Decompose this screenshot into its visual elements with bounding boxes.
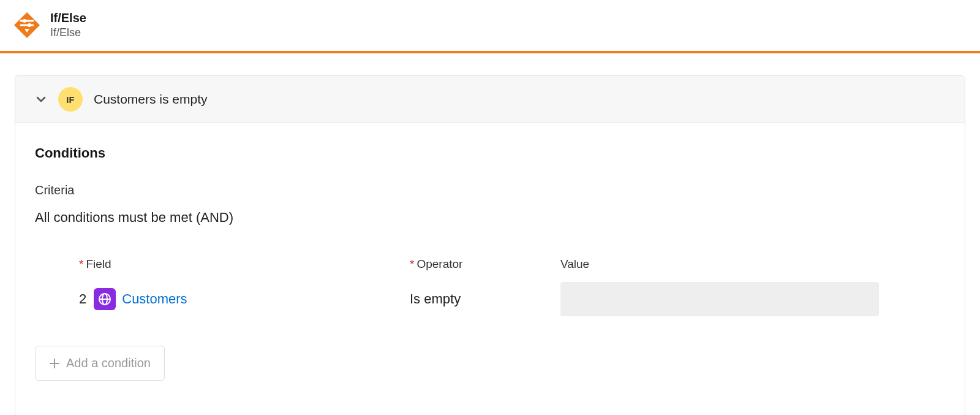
add-condition-button[interactable]: Add a condition bbox=[35, 346, 165, 381]
panel-body: Conditions Criteria All conditions must … bbox=[15, 123, 965, 405]
operator-column-label: Operator bbox=[417, 257, 462, 270]
add-condition-label: Add a condition bbox=[66, 356, 151, 370]
field-link[interactable]: Customers bbox=[122, 291, 187, 307]
header-divider bbox=[0, 51, 980, 53]
globe-icon bbox=[94, 288, 116, 310]
operator-value[interactable]: Is empty bbox=[410, 291, 461, 306]
criteria-value[interactable]: All conditions must be met (AND) bbox=[35, 210, 945, 226]
step-number: 2 bbox=[79, 291, 86, 307]
svg-point-4 bbox=[28, 23, 31, 27]
if-badge: IF bbox=[58, 87, 83, 112]
required-star: * bbox=[79, 257, 83, 270]
ifelse-icon bbox=[12, 10, 42, 40]
conditions-heading: Conditions bbox=[35, 145, 945, 161]
condition-panel: IF Customers is empty Conditions Criteri… bbox=[15, 75, 965, 415]
condition-row: 2 Customers Is empty bbox=[35, 282, 945, 316]
value-column-label: Value bbox=[560, 257, 589, 270]
criteria-label: Criteria bbox=[35, 183, 945, 197]
field-column-label: Field bbox=[86, 257, 111, 270]
page-header: If/Else If/Else bbox=[0, 0, 980, 51]
panel-header[interactable]: IF Customers is empty bbox=[15, 76, 965, 123]
plus-icon bbox=[49, 358, 60, 369]
chevron-down-icon[interactable] bbox=[35, 93, 47, 105]
svg-point-3 bbox=[23, 19, 26, 23]
header-subtitle: If/Else bbox=[50, 26, 86, 40]
header-title: If/Else bbox=[50, 10, 86, 26]
required-star: * bbox=[410, 257, 414, 270]
condition-row-labels: *Field *Operator Value bbox=[35, 257, 945, 271]
value-input[interactable] bbox=[560, 282, 879, 316]
panel-title: Customers is empty bbox=[94, 92, 208, 107]
